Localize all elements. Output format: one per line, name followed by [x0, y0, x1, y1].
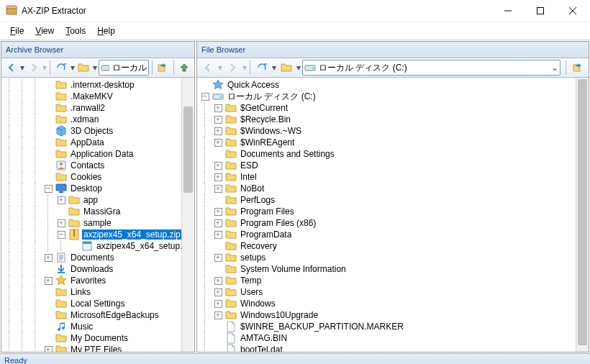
refresh-button[interactable]	[253, 59, 271, 76]
scrollbar[interactable]	[576, 78, 589, 352]
tree-item[interactable]: Quick Access	[199, 79, 589, 91]
tree-item[interactable]: ローカル ディスク (C:)	[199, 91, 589, 102]
tree-item[interactable]: axzipex45_x64_setup.exe	[3, 240, 194, 252]
expand-toggle[interactable]	[212, 125, 224, 137]
forward-button[interactable]	[224, 59, 241, 76]
tree-item[interactable]: MassiGra	[3, 206, 194, 217]
tree-item[interactable]: MicrosoftEdgeBackups	[3, 309, 194, 321]
tree-item[interactable]: 3D Objects	[3, 125, 194, 137]
drive-combo-left[interactable]: ローカル デ	[99, 60, 149, 76]
expand-toggle[interactable]	[212, 137, 224, 148]
tree-item[interactable]: $Windows.~WS	[199, 125, 589, 137]
expand-toggle[interactable]	[212, 160, 224, 171]
view-mode-button[interactable]	[76, 59, 91, 76]
menu-tools[interactable]: Tools	[60, 24, 91, 37]
minimize-button[interactable]	[491, 1, 524, 22]
forward-dropdown[interactable]: ▾	[242, 60, 247, 76]
back-button[interactable]	[199, 59, 217, 76]
tree-item[interactable]: Links	[3, 286, 194, 298]
tree-item[interactable]: System Volume Information	[199, 263, 589, 275]
close-button[interactable]	[556, 1, 589, 22]
tree-item[interactable]: AMTAG.BIN	[199, 332, 589, 344]
forward-button[interactable]	[26, 59, 41, 76]
expand-toggle[interactable]	[212, 217, 224, 229]
drive-combo-right[interactable]: ローカル ディスク (C:) ⌄	[302, 60, 560, 76]
tree-item[interactable]: .xdman	[3, 114, 194, 125]
expand-toggle[interactable]	[55, 229, 68, 240]
back-button[interactable]	[4, 59, 19, 76]
tree-item[interactable]: ESD	[199, 160, 589, 171]
tree-item[interactable]: $GetCurrent	[199, 102, 589, 114]
view-mode-dropdown[interactable]: ▾	[93, 60, 97, 76]
up-button[interactable]	[177, 59, 192, 76]
back-dropdown[interactable]: ▾	[218, 60, 222, 76]
tree-item[interactable]: app	[3, 194, 194, 206]
extract-button[interactable]	[155, 59, 171, 76]
tree-item[interactable]: Windows	[199, 298, 589, 309]
maximize-button[interactable]	[524, 1, 556, 22]
tree-item[interactable]: Temp	[199, 275, 589, 286]
expand-toggle[interactable]	[42, 252, 55, 263]
tree-item[interactable]: Documents and Settings	[199, 148, 589, 160]
expand-toggle[interactable]	[55, 217, 68, 229]
tree-item[interactable]: sample	[3, 217, 194, 229]
expand-toggle[interactable]	[42, 275, 55, 286]
tree-item[interactable]: PerfLogs	[199, 194, 589, 206]
tree-item[interactable]: .internxt-desktop	[3, 79, 194, 91]
expand-toggle[interactable]	[212, 114, 224, 125]
tree-item[interactable]: Documents	[3, 252, 194, 263]
tree-item[interactable]: bootTel.dat	[199, 344, 589, 352]
tree-item[interactable]: .ranwall2	[3, 102, 194, 114]
refresh-button[interactable]	[53, 59, 68, 76]
expand-toggle[interactable]	[55, 194, 68, 206]
tree-item[interactable]: Contacts	[3, 160, 194, 171]
view-mode-button[interactable]	[278, 59, 295, 76]
tree-item[interactable]: My PTE Files	[3, 344, 194, 352]
tree-item[interactable]: Cookies	[3, 171, 194, 183]
tree-item[interactable]: $WINRE_BACKUP_PARTITION.MARKER	[199, 321, 589, 332]
refresh-dropdown[interactable]: ▾	[272, 60, 276, 76]
menu-file[interactable]: File	[4, 24, 30, 37]
tree-item[interactable]: Windows10Upgrade	[199, 309, 589, 321]
tree-item[interactable]: My Documents	[3, 332, 194, 344]
expand-toggle[interactable]	[212, 298, 224, 309]
file-tree[interactable]: Quick Accessローカル ディスク (C:)$GetCurrent$Re…	[197, 78, 589, 352]
scrollbar[interactable]	[181, 78, 194, 352]
expand-toggle[interactable]	[199, 91, 212, 102]
tree-item[interactable]: Local Settings	[3, 298, 194, 309]
extract-here-button[interactable]	[569, 59, 586, 76]
tree-item[interactable]: Recovery	[199, 240, 589, 252]
tree-item[interactable]: Program Files (x86)	[199, 217, 589, 229]
tree-item[interactable]: Downloads	[3, 263, 194, 275]
tree-item[interactable]: Desktop	[3, 183, 194, 194]
expand-toggle[interactable]	[212, 275, 224, 286]
view-mode-dropdown[interactable]: ▾	[296, 60, 301, 76]
expand-toggle[interactable]	[42, 344, 55, 352]
expand-toggle[interactable]	[212, 102, 224, 114]
menu-view[interactable]: View	[30, 24, 60, 37]
forward-dropdown[interactable]: ▾	[42, 60, 47, 76]
refresh-dropdown[interactable]: ▾	[71, 60, 75, 76]
expand-toggle[interactable]	[212, 229, 224, 240]
tree-item[interactable]: $Recycle.Bin	[199, 114, 589, 125]
tree-item[interactable]: $WinREAgent	[199, 137, 589, 148]
tree-item[interactable]: setups	[199, 252, 589, 263]
tree-item[interactable]: NoBot	[199, 183, 589, 194]
expand-toggle[interactable]	[212, 183, 224, 194]
tree-item[interactable]: Application Data	[3, 148, 194, 160]
tree-item[interactable]: Program Files	[199, 206, 589, 217]
tree-item[interactable]: Favorites	[3, 275, 194, 286]
archive-tree[interactable]: .internxt-desktop.MakeMKV.ranwall2.xdman…	[1, 78, 194, 352]
tree-item[interactable]: Users	[199, 286, 589, 298]
expand-toggle[interactable]	[212, 309, 224, 321]
tree-item[interactable]: AppData	[3, 137, 194, 148]
menu-help[interactable]: Help	[91, 24, 121, 37]
expand-toggle[interactable]	[42, 183, 55, 194]
tree-item[interactable]: Intel	[199, 171, 589, 183]
tree-item[interactable]: .MakeMKV	[3, 91, 194, 102]
tree-item[interactable]: axzipex45_x64_setup.zip	[3, 229, 194, 240]
expand-toggle[interactable]	[212, 206, 224, 217]
tree-item[interactable]: ProgramData	[199, 229, 589, 240]
expand-toggle[interactable]	[212, 286, 224, 298]
expand-toggle[interactable]	[212, 252, 224, 263]
